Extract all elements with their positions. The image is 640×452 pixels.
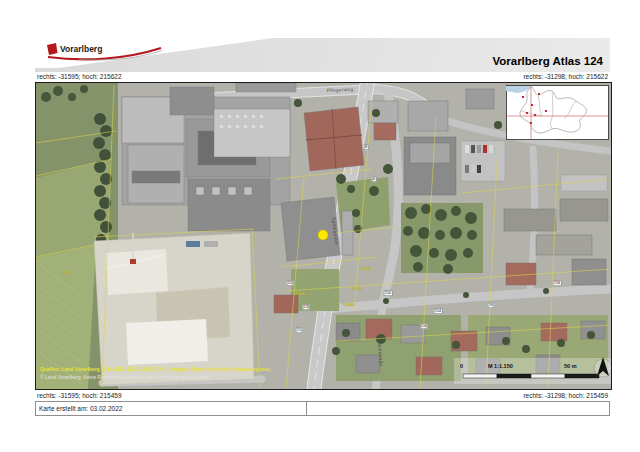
scale-ratio-label: M 1:1.150 <box>488 363 513 369</box>
coordinates-top: rechts: -31595; hoch: 215622 rechts: -31… <box>35 72 610 82</box>
coord-top-left: rechts: -31595; hoch: 215622 <box>37 73 122 80</box>
map-view[interactable]: PflegerwegSpitalgasseForachstraße1013158… <box>35 82 612 390</box>
coordinates-bottom: rechts: -31595; hoch: 215459 rechts: -31… <box>35 391 610 401</box>
map-created-date: Karte erstellt am: 03.02.2022 <box>35 401 307 416</box>
header-banner: Vorarlberg Vorarlberg Atlas 124 <box>35 38 610 72</box>
footer-empty-cell <box>307 401 610 416</box>
aerial-imagery <box>36 83 611 389</box>
coord-top-right: rechts: -31298; hoch: 215622 <box>523 73 608 80</box>
map-attribution-copyright: © Land Vorarlberg: Keine Rechtsverbindli… <box>40 374 209 380</box>
overview-inset-map[interactable] <box>506 86 609 140</box>
vorarlberg-logo: Vorarlberg <box>45 41 170 65</box>
scale-distance-label: 50 m <box>564 363 577 369</box>
logo-flag-icon <box>47 43 58 55</box>
location-marker[interactable] <box>318 230 328 240</box>
logo-text: Vorarlberg <box>60 44 102 54</box>
scale-zero-label: 0 <box>460 363 463 369</box>
coord-bottom-left: rechts: -31595; hoch: 215459 <box>37 392 122 399</box>
app-title: Vorarlberg Atlas 124 <box>492 55 603 67</box>
map-attribution-sources: Quellen: Land Vorarlberg - LVA, BEV (28.… <box>40 366 270 372</box>
coord-bottom-right: rechts: -31298; hoch: 215459 <box>523 392 608 399</box>
footer: Karte erstellt am: 03.02.2022 <box>35 401 610 416</box>
scale-bar <box>454 358 611 384</box>
